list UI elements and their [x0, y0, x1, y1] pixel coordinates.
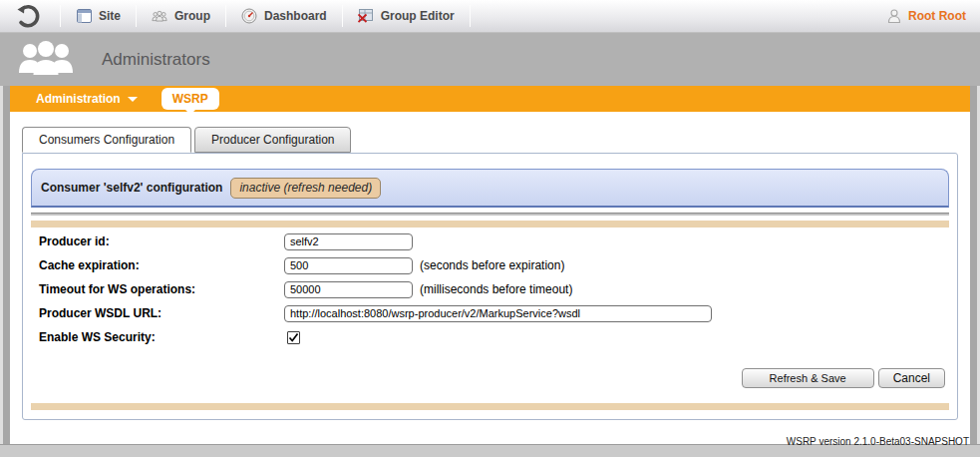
dashboard-icon [241, 8, 257, 24]
menu-item-label: Dashboard [264, 9, 327, 23]
portal-navbar: Administration WSRP [10, 86, 970, 112]
group-icon [152, 8, 167, 24]
consumer-panel-header: Consumer 'selfv2' configuration inactive… [31, 169, 949, 208]
menu-item-label: Group Editor [381, 9, 455, 23]
wsdl-url-input[interactable] [284, 305, 712, 322]
page-title: Administrators [102, 50, 210, 70]
cancel-button[interactable]: Cancel [878, 368, 945, 388]
wsrp-portal-page: Site Group [0, 0, 980, 457]
page-header-band: Administrators [0, 33, 980, 86]
producer-id-label: Producer id: [39, 234, 284, 248]
ws-timeout-input[interactable] [284, 281, 413, 298]
tan-divider-top [31, 221, 949, 228]
site-icon [76, 8, 92, 24]
ws-security-checkbox[interactable] [287, 331, 300, 344]
cache-expiration-hint: (seconds before expiration) [420, 258, 564, 272]
user-menu[interactable]: Root Root [886, 8, 980, 24]
menu-item-label: Group [174, 9, 210, 23]
user-icon [886, 8, 902, 24]
menu-item-dashboard[interactable]: Dashboard [226, 0, 342, 32]
top-menubar: Site Group [0, 0, 980, 33]
wsrp-version-label: WSRP version 2.1.0-Beta03-SNAPSHOT [10, 420, 970, 447]
form-row-cache-expiration: Cache expiration: (seconds before expira… [29, 253, 951, 277]
cache-expiration-input[interactable] [284, 257, 413, 274]
wsdl-url-label: Producer WSDL URL: [39, 306, 284, 320]
form-row-producer-id: Producer id: [29, 229, 951, 253]
status-badge: inactive (refresh needed) [230, 178, 381, 199]
administration-dropdown-label: Administration [36, 92, 121, 106]
navbar-item-wsrp[interactable]: WSRP [162, 88, 219, 110]
administrators-group-icon [18, 39, 74, 81]
menu-item-group-editor[interactable]: Group Editor [343, 0, 470, 32]
divider [31, 213, 949, 216]
consumer-panel-title: Consumer 'selfv2' configuration [41, 181, 222, 195]
tan-divider-bottom [31, 403, 949, 410]
main-content: Administration WSRP Consumers Configurat… [10, 86, 970, 444]
form-buttons: Refresh & Save Cancel [29, 368, 945, 388]
form-row-ws-security: Enable WS Security: [29, 325, 951, 349]
menu-item-site[interactable]: Site [61, 0, 136, 32]
cache-expiration-label: Cache expiration: [39, 258, 284, 272]
consumer-form: Producer id: Cache expiration: (seconds … [29, 229, 951, 349]
form-row-wsdl-url: Producer WSDL URL: [29, 301, 951, 325]
menubar-separator [470, 5, 471, 27]
page-frame-left [3, 86, 10, 444]
chevron-down-icon [128, 97, 138, 102]
user-name-label: Root Root [908, 9, 966, 23]
checkmark-icon [288, 332, 299, 343]
ws-security-label: Enable WS Security: [39, 330, 284, 344]
ws-timeout-label: Timeout for WS operations: [39, 282, 284, 296]
menu-item-group[interactable]: Group [137, 0, 225, 32]
form-row-ws-timeout: Timeout for WS operations: (milliseconds… [29, 277, 951, 301]
menu-item-label: Site [99, 9, 121, 23]
ws-timeout-hint: (milliseconds before timeout) [420, 282, 572, 296]
configuration-tabs: Consumers Configuration Producer Configu… [22, 127, 970, 153]
producer-id-input[interactable] [284, 233, 413, 250]
group-editor-icon [358, 8, 374, 24]
page-frame-right [970, 86, 977, 444]
administration-dropdown[interactable]: Administration [36, 92, 138, 106]
tab-producer-configuration[interactable]: Producer Configuration [194, 127, 351, 153]
consumer-configuration-panel: Consumer 'selfv2' configuration inactive… [22, 153, 958, 420]
tab-consumers-configuration[interactable]: Consumers Configuration [22, 127, 191, 153]
refresh-save-button[interactable]: Refresh & Save [742, 368, 874, 388]
portal-logo-icon[interactable] [12, 3, 46, 29]
